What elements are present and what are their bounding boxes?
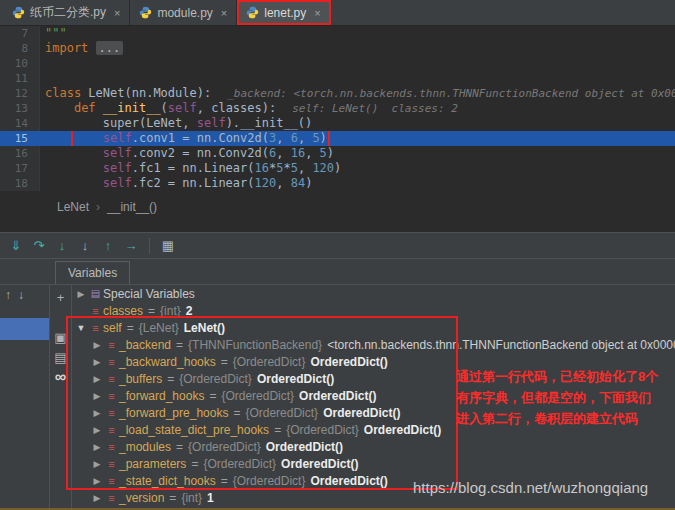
code-token: import [45, 41, 96, 55]
frames-nav: ↑↓ [0, 285, 49, 305]
code-line-12[interactable]: 12class LeNet(nn.Module):_backend: <torc… [0, 86, 675, 101]
line-number[interactable]: 8 [0, 41, 40, 56]
tab-close-icon[interactable]: × [114, 7, 120, 19]
show-execution-point-icon[interactable]: ⇓ [6, 236, 26, 256]
debugger-inline-hint: self: LeNet() classes: 2 [292, 101, 458, 116]
code-token: .fc1 = nn.Linear( [132, 161, 255, 175]
expander-icon[interactable]: ▶ [74, 289, 88, 299]
code-editor[interactable]: 7"""8import ...101112class LeNet(nn.Modu… [0, 26, 675, 196]
variable-icon: ≡ [88, 322, 103, 334]
step-into-icon[interactable]: ↓ [52, 236, 72, 256]
expander-icon[interactable]: ▼ [74, 323, 88, 333]
variable-type: {OrderedDict} [245, 406, 318, 420]
code-line-18[interactable]: 18 self.fc2 = nn.Linear(120, 84) [0, 176, 675, 191]
code-token: ) [334, 161, 341, 175]
code-token: .fc2 = nn.Linear( [132, 176, 255, 190]
code-line-7[interactable]: 7""" [0, 26, 675, 41]
code-token: ).__init__() [226, 116, 313, 130]
code-token: self [103, 176, 132, 190]
run-to-cursor-icon[interactable]: → [121, 236, 141, 256]
code-line-15[interactable]: 15 self.conv1 = nn.Conv2d(3, 6, 5) [0, 131, 675, 146]
selected-frame-row[interactable] [0, 318, 50, 340]
expander-icon[interactable]: ▶ [90, 374, 104, 384]
editor-tab-0[interactable]: 纸币二分类.py× [3, 0, 130, 25]
python-file-icon [12, 6, 25, 19]
layout-icon[interactable]: ▣ [51, 327, 71, 347]
equals-sign: = [221, 355, 228, 369]
code-line-14[interactable]: 14 super(LeNet, self).__init__() [0, 116, 675, 131]
line-number[interactable]: 10 [0, 56, 40, 71]
view-as-grid-icon[interactable]: ▦ [158, 236, 178, 256]
add-watch-icon[interactable]: + [51, 287, 71, 307]
variable-row-modules[interactable]: ▶≡_modules={OrderedDict}OrderedDict() [72, 438, 675, 455]
variable-value: OrderedDict() [310, 474, 387, 488]
frames-pane[interactable]: ↑↓ [0, 285, 50, 510]
line-number[interactable]: 7 [0, 26, 40, 41]
code-line-10[interactable]: 10 [0, 56, 675, 71]
breadcrumb-item-1[interactable]: __init__() [107, 200, 157, 214]
line-number[interactable]: 18 [0, 176, 40, 191]
breadcrumb-item-0[interactable]: LeNet [57, 200, 89, 214]
expander-icon[interactable]: ▶ [90, 459, 104, 469]
expander-icon[interactable]: ▶ [90, 476, 104, 486]
toolbar-separator [149, 238, 150, 254]
code-token: , [298, 131, 312, 145]
variable-name: _forward_hooks [119, 389, 204, 403]
variable-type: {LeNet} [139, 321, 179, 335]
variable-icon: ≡ [104, 407, 119, 419]
variable-icon: ≡ [104, 458, 119, 470]
code-line-17[interactable]: 17 self.fc1 = nn.Linear(16*5*5, 120) [0, 161, 675, 176]
variable-value: 2 [186, 304, 193, 318]
variable-row-parameters[interactable]: ▶≡_parameters={OrderedDict}OrderedDict() [72, 455, 675, 472]
code-line-8[interactable]: 8import ... [0, 41, 675, 56]
variable-type: {OrderedDict} [203, 457, 276, 471]
step-out-icon[interactable]: ↑ [98, 236, 118, 256]
expander-icon[interactable]: ▶ [90, 340, 104, 350]
variable-row-backend[interactable]: ▶≡_backend={THNNFunctionBackend}<torch.n… [72, 336, 675, 353]
tab-close-icon[interactable]: × [221, 7, 227, 19]
expander-icon[interactable]: ▶ [90, 442, 104, 452]
editor-tab-1[interactable]: module.py× [130, 0, 237, 25]
expander-icon[interactable]: ▶ [90, 357, 104, 367]
equals-sign: = [167, 372, 174, 386]
code-token [74, 131, 103, 145]
python-file-icon [246, 6, 259, 19]
tab-close-icon[interactable]: × [314, 7, 320, 19]
expander-icon[interactable]: ▶ [90, 408, 104, 418]
line-number[interactable]: 12 [0, 86, 40, 101]
tab-label: 纸币二分类.py [30, 4, 106, 21]
expander-icon[interactable]: ▶ [90, 425, 104, 435]
expander-icon[interactable]: ▶ [90, 391, 104, 401]
step-over-icon[interactable]: ↷ [29, 236, 49, 256]
copy-value-icon[interactable]: ▤ [51, 347, 71, 367]
line-number[interactable]: 16 [0, 146, 40, 161]
infinity-icon[interactable]: ∞ [51, 367, 71, 387]
code-line-13[interactable]: 13 def __init__(self, classes):self: LeN… [0, 101, 675, 116]
special-variables-group[interactable]: ▶ ▤ Special Variables [72, 285, 675, 302]
code-token: , [276, 176, 290, 190]
previous-frame-icon[interactable]: ↑ [5, 288, 11, 302]
breadcrumb: LeNet›__init__() [0, 196, 675, 218]
line-number[interactable]: 13 [0, 101, 40, 116]
code-token: , classes): [197, 101, 276, 115]
line-number[interactable]: 17 [0, 161, 40, 176]
line-number[interactable]: 14 [0, 116, 40, 131]
variable-name: _backend [119, 338, 171, 352]
tab-label: lenet.py [264, 6, 306, 20]
force-step-into-icon[interactable]: ↓ [75, 236, 95, 256]
tab-variables[interactable]: Variables [55, 261, 130, 284]
variable-row-self[interactable]: ▼≡self={LeNet}LeNet() [72, 319, 675, 336]
line-number[interactable]: 11 [0, 71, 40, 86]
line-number[interactable]: 15 [0, 131, 40, 146]
variable-row-classes[interactable]: ≡classes={int}2 [72, 302, 675, 319]
variable-value: LeNet() [184, 321, 225, 335]
code-line-11[interactable]: 11 [0, 71, 675, 86]
code-text: import ... [45, 41, 123, 56]
variable-name: _version [119, 491, 164, 505]
annotation-line-0: 通过第一行代码，已经初始化了8个 [456, 366, 672, 387]
next-frame-icon[interactable]: ↓ [18, 288, 24, 302]
editor-tab-2[interactable]: lenet.py× [237, 0, 330, 25]
code-token: __init__ [103, 101, 161, 115]
code-line-16[interactable]: 16 self.conv2 = nn.Conv2d(6, 16, 5) [0, 146, 675, 161]
expander-icon[interactable]: ▶ [90, 493, 104, 503]
